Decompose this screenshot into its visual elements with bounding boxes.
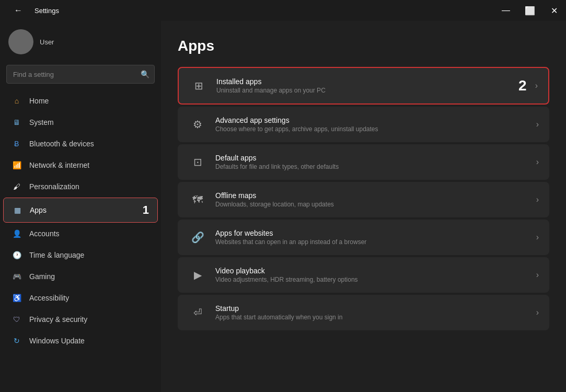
sidebar-item-accounts[interactable]: 👤Accounts — [3, 223, 158, 244]
advanced-app-settings-icon: ⚙ — [188, 115, 207, 134]
personalization-icon: 🖌 — [11, 181, 22, 192]
apps-for-websites-subtitle: Websites that can open in an app instead… — [215, 238, 528, 246]
user-name: User — [40, 38, 54, 46]
apps-for-websites-title: Apps for websites — [215, 229, 528, 237]
search-icon: 🔍 — [141, 70, 149, 78]
sidebar-label-personalization: Personalization — [29, 182, 79, 191]
sidebar-item-gaming[interactable]: 🎮Gaming — [3, 266, 158, 287]
installed-apps-title: Installed apps — [216, 77, 510, 86]
offline-maps-text: Offline mapsDownloads, storage location,… — [215, 191, 528, 208]
advanced-app-settings-subtitle: Choose where to get apps, archive apps, … — [215, 125, 528, 133]
sidebar-label-gaming: Gaming — [29, 272, 55, 281]
sidebar-label-privacy: Privacy & security — [29, 315, 87, 324]
default-apps-arrow-icon: › — [536, 157, 539, 167]
default-apps-subtitle: Defaults for file and link types, other … — [215, 163, 528, 170]
sidebar-item-personalization[interactable]: 🖌Personalization — [3, 176, 158, 197]
offline-maps-subtitle: Downloads, storage location, map updates — [215, 201, 528, 208]
default-apps-text: Default appsDefaults for file and link t… — [215, 154, 528, 170]
installed-apps-subtitle: Uninstall and manage apps on your PC — [216, 87, 510, 94]
sidebar-label-accessibility: Accessibility — [29, 294, 69, 302]
search-box: 🔍 — [6, 65, 155, 84]
offline-maps-icon: 🗺 — [188, 190, 207, 209]
step-badge-apps: 1 — [143, 203, 149, 217]
advanced-app-settings-title: Advanced app settings — [215, 116, 528, 124]
bluetooth-icon: Ƀ — [11, 139, 22, 149]
settings-item-advanced-app-settings[interactable]: ⚙Advanced app settingsChoose where to ge… — [178, 107, 549, 142]
offline-maps-arrow-icon: › — [536, 195, 539, 204]
content-area: Apps ⊞Installed appsUninstall and manage… — [161, 21, 566, 392]
sidebar-label-bluetooth: Bluetooth & devices — [29, 140, 94, 148]
sidebar-item-home[interactable]: ⌂Home — [3, 90, 158, 111]
accounts-icon: 👤 — [11, 228, 22, 239]
sidebar-item-time[interactable]: 🕐Time & language — [3, 245, 158, 266]
sidebar-label-accounts: Accounts — [29, 229, 60, 238]
search-input[interactable] — [6, 65, 155, 84]
minimize-button[interactable]: — — [494, 0, 518, 21]
video-playback-subtitle: Video adjustments, HDR streaming, batter… — [215, 276, 528, 283]
startup-text: StartupApps that start automatically whe… — [215, 304, 528, 321]
sidebar-nav: ⌂Home🖥SystemɃBluetooth & devices📶Network… — [0, 90, 161, 352]
video-playback-text: Video playbackVideo adjustments, HDR str… — [215, 267, 528, 283]
sidebar-item-apps[interactable]: ▦Apps1 — [3, 198, 158, 223]
default-apps-title: Default apps — [215, 154, 528, 162]
user-section: User — [0, 21, 161, 63]
settings-item-video-playback[interactable]: ▶Video playbackVideo adjustments, HDR st… — [178, 257, 549, 293]
advanced-app-settings-arrow-icon: › — [536, 120, 539, 129]
sidebar-item-update[interactable]: ↻Windows Update — [3, 330, 158, 351]
back-button[interactable]: ← — [6, 0, 30, 21]
settings-item-default-apps[interactable]: ⊡Default appsDefaults for file and link … — [178, 144, 549, 180]
sidebar-item-network[interactable]: 📶Network & internet — [3, 155, 158, 176]
settings-item-offline-maps[interactable]: 🗺Offline mapsDownloads, storage location… — [178, 182, 549, 217]
titlebar: ← Settings — ⬜ ✕ — [0, 0, 566, 21]
sidebar-item-privacy[interactable]: 🛡Privacy & security — [3, 309, 158, 330]
advanced-app-settings-text: Advanced app settingsChoose where to get… — [215, 116, 528, 133]
time-icon: 🕐 — [11, 250, 22, 260]
sidebar: User 🔍 ⌂Home🖥SystemɃBluetooth & devices📶… — [0, 21, 161, 392]
settings-list: ⊞Installed appsUninstall and manage apps… — [178, 67, 549, 330]
sidebar-label-system: System — [29, 118, 54, 126]
installed-apps-icon: ⊞ — [189, 76, 208, 95]
sidebar-label-time: Time & language — [29, 251, 84, 259]
sidebar-label-update: Windows Update — [29, 337, 85, 345]
sidebar-label-home: Home — [29, 97, 49, 105]
sidebar-label-apps: Apps — [30, 206, 47, 214]
gaming-icon: 🎮 — [11, 271, 22, 282]
apps-for-websites-text: Apps for websitesWebsites that can open … — [215, 229, 528, 246]
apps-for-websites-arrow-icon: › — [536, 233, 539, 242]
accessibility-icon: ♿ — [11, 293, 22, 303]
apps-icon: ▦ — [12, 205, 22, 215]
startup-subtitle: Apps that start automatically when you s… — [215, 314, 528, 321]
video-playback-arrow-icon: › — [536, 270, 539, 280]
privacy-icon: 🛡 — [11, 314, 22, 325]
settings-item-apps-for-websites[interactable]: 🔗Apps for websitesWebsites that can open… — [178, 220, 549, 255]
network-icon: 📶 — [11, 160, 22, 170]
settings-item-installed-apps[interactable]: ⊞Installed appsUninstall and manage apps… — [178, 67, 549, 105]
installed-apps-text: Installed appsUninstall and manage apps … — [216, 77, 510, 94]
installed-apps-arrow-icon: › — [535, 81, 538, 90]
startup-arrow-icon: › — [536, 308, 539, 317]
settings-item-startup[interactable]: ⏎StartupApps that start automatically wh… — [178, 295, 549, 330]
content-step-badge-installed-apps: 2 — [518, 77, 527, 94]
titlebar-controls: — ⬜ ✕ — [494, 0, 566, 21]
startup-title: Startup — [215, 304, 528, 313]
page-title: Apps — [178, 38, 549, 54]
maximize-button[interactable]: ⬜ — [518, 0, 542, 21]
default-apps-icon: ⊡ — [188, 153, 207, 171]
sidebar-item-system[interactable]: 🖥System — [3, 112, 158, 133]
app-container: User 🔍 ⌂Home🖥SystemɃBluetooth & devices📶… — [0, 21, 566, 392]
titlebar-left: ← Settings — [6, 0, 59, 21]
home-icon: ⌂ — [11, 96, 22, 106]
sidebar-item-accessibility[interactable]: ♿Accessibility — [3, 287, 158, 308]
apps-for-websites-icon: 🔗 — [188, 228, 207, 247]
close-button[interactable]: ✕ — [542, 0, 566, 21]
update-icon: ↻ — [11, 336, 22, 346]
avatar — [8, 29, 33, 54]
app-title: Settings — [34, 7, 59, 15]
offline-maps-title: Offline maps — [215, 191, 528, 200]
video-playback-icon: ▶ — [188, 266, 207, 284]
sidebar-label-network: Network & internet — [29, 161, 89, 169]
sidebar-item-bluetooth[interactable]: ɃBluetooth & devices — [3, 133, 158, 154]
video-playback-title: Video playback — [215, 267, 528, 275]
system-icon: 🖥 — [11, 117, 22, 128]
startup-icon: ⏎ — [188, 303, 207, 322]
